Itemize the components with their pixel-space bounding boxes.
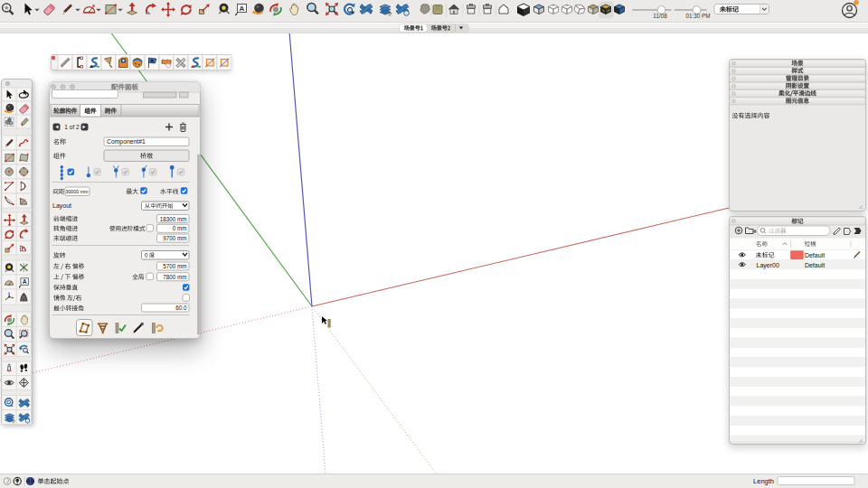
svg-text:18300 mm: 18300 mm (159, 215, 186, 221)
svg-text:30000 mm: 30000 mm (65, 188, 89, 193)
svg-text:7800 mm: 7800 mm (163, 273, 186, 279)
svg-text:60.0: 60.0 (175, 305, 187, 311)
svg-text:0 mm: 0 mm (172, 225, 186, 231)
svg-text:Layer00: Layer00 (757, 261, 779, 268)
svg-text:11/08: 11/08 (653, 13, 667, 19)
svg-text:Default: Default (805, 251, 825, 258)
svg-text:A: A (240, 5, 245, 13)
svg-text:Default: Default (805, 261, 825, 267)
svg-text:Layout: Layout (52, 202, 71, 210)
svg-text:Length: Length (753, 477, 774, 485)
svg-text:9700 mm: 9700 mm (163, 235, 186, 241)
svg-text:Component#1: Component#1 (107, 138, 146, 145)
svg-text:1 of 2: 1 of 2 (64, 124, 80, 130)
svg-text:5700 mm: 5700 mm (163, 263, 186, 269)
svg-text:A: A (23, 278, 27, 285)
svg-text:01:30 PM: 01:30 PM (686, 13, 711, 19)
